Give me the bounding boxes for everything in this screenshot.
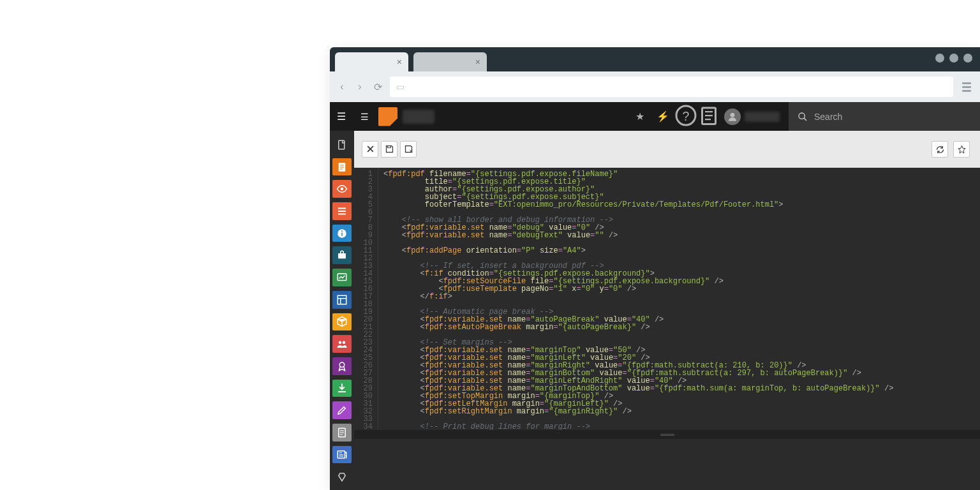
code-editor[interactable]: 1234567891011121314151617181920212223242… — [354, 168, 980, 430]
sidebar-item-news[interactable] — [332, 446, 352, 464]
code-line[interactable]: <fpdf:setRightMargin margin="{marginRigh… — [383, 408, 893, 415]
search-input[interactable] — [814, 112, 926, 122]
content-area: 1234567891011121314151617181920212223242… — [354, 131, 980, 490]
typo3-logo-icon — [378, 107, 397, 126]
tools-icon — [336, 249, 348, 261]
sidebar-item-file[interactable] — [332, 136, 352, 154]
tree-toggle-button[interactable]: ☰ — [353, 112, 376, 122]
browser-menu-button[interactable] — [960, 80, 974, 94]
svg-rect-19 — [387, 146, 390, 148]
view-icon — [336, 183, 348, 195]
sidebar-item-view[interactable] — [332, 180, 352, 198]
svg-point-7 — [341, 188, 344, 191]
sidebar-item-info[interactable] — [332, 225, 352, 242]
bottom-panel — [354, 439, 980, 490]
window-controls — [935, 54, 972, 63]
close-icon[interactable]: × — [475, 57, 480, 67]
help-icon[interactable]: ? — [674, 104, 697, 130]
svg-point-10 — [341, 230, 343, 232]
app-header: ☰ ☰ ★ ⚡ ? — [330, 102, 980, 131]
page-icon — [336, 161, 348, 173]
code-line[interactable]: <fpdf:variable.set name="debugText" valu… — [383, 232, 893, 239]
code-line[interactable]: <fpdf:useTemplate pageNo="1" x="0" y="0"… — [383, 285, 893, 293]
window-min-icon[interactable] — [935, 54, 944, 63]
search-box[interactable] — [789, 102, 980, 131]
user-avatar[interactable] — [724, 108, 741, 125]
address-bar[interactable]: ▭ — [390, 77, 953, 97]
file-icon — [336, 139, 348, 151]
back-button[interactable]: ‹ — [336, 81, 348, 93]
close-icon[interactable]: × — [397, 57, 402, 67]
search-icon — [798, 112, 808, 122]
clipboard-icon[interactable] — [697, 104, 720, 130]
svg-rect-5 — [339, 140, 345, 149]
forward-button[interactable]: › — [354, 81, 366, 93]
svg-point-16 — [339, 362, 345, 368]
sidebar-item-page[interactable] — [332, 158, 352, 176]
sidebar-item-clear[interactable] — [332, 468, 352, 486]
window-max-icon[interactable] — [949, 54, 958, 63]
refresh-button[interactable] — [932, 141, 948, 158]
news-icon — [336, 449, 348, 460]
svg-point-3 — [731, 113, 735, 117]
svg-point-14 — [339, 341, 342, 345]
list-icon — [336, 205, 348, 217]
user-name — [745, 112, 780, 122]
clear-icon — [336, 471, 348, 482]
line-gutter: 1234567891011121314151617181920212223242… — [354, 168, 378, 430]
browser-tabstrip: × × — [330, 47, 980, 71]
code-line[interactable]: <!-- Print debug lines for margin --> — [383, 423, 893, 430]
svg-rect-13 — [338, 295, 346, 304]
editor-toolbar — [354, 131, 980, 168]
browser-tab-active[interactable]: × — [335, 52, 408, 71]
menu-toggle-button[interactable]: ☰ — [330, 110, 353, 122]
package-icon — [336, 316, 348, 327]
flash-icon[interactable]: ⚡ — [651, 110, 674, 122]
code-content[interactable]: <fpdf:pdf filename="{settings.pdf.expose… — [378, 168, 893, 430]
reload-button[interactable]: ⟳ — [372, 81, 383, 93]
sidebar-item-badge[interactable] — [332, 357, 352, 375]
layout-icon — [336, 294, 348, 306]
sidebar-item-tools[interactable] — [332, 246, 352, 264]
browser-tab-inactive[interactable]: × — [413, 52, 487, 71]
badge-icon — [336, 360, 348, 372]
svg-rect-11 — [338, 253, 346, 258]
brand-text — [403, 110, 434, 124]
sidebar-item-package[interactable] — [332, 313, 352, 331]
code-line[interactable]: footerTemplate="EXT:openimmo_pro/Resourc… — [383, 201, 893, 209]
page-icon: ▭ — [396, 82, 405, 92]
sidebar-item-users[interactable] — [332, 335, 352, 353]
users-icon — [336, 338, 348, 350]
code-line[interactable]: </f:if> — [383, 293, 893, 301]
sidebar-item-doc[interactable] — [332, 424, 352, 442]
edit-icon — [336, 405, 348, 416]
sidebar-item-download[interactable] — [332, 380, 352, 397]
browser-window: × × ‹ › ⟳ ▭ ☰ ☰ ★ ⚡ ? — [330, 47, 980, 490]
window-close-icon[interactable] — [963, 54, 972, 63]
browser-toolbar: ‹ › ⟳ ▭ — [330, 71, 980, 102]
grip-icon — [660, 434, 674, 436]
sidebar-item-edit[interactable] — [332, 401, 352, 419]
download-icon — [336, 382, 348, 394]
sidebar-item-layout[interactable] — [332, 291, 352, 309]
save-close-button[interactable] — [400, 141, 417, 158]
svg-text:?: ? — [683, 108, 690, 122]
sidebar-item-list[interactable] — [332, 202, 352, 220]
svg-point-15 — [343, 341, 346, 345]
app-body: 1234567891011121314151617181920212223242… — [330, 131, 980, 490]
svg-point-4 — [799, 113, 805, 119]
bookmark-button[interactable] — [953, 141, 970, 158]
doc-icon — [336, 427, 348, 438]
save-button[interactable] — [381, 141, 397, 158]
star-icon[interactable]: ★ — [628, 110, 651, 122]
module-sidebar — [330, 131, 354, 490]
sidebar-item-chart[interactable] — [332, 269, 352, 286]
svg-rect-9 — [341, 232, 343, 235]
info-icon — [336, 228, 348, 239]
panel-splitter[interactable] — [354, 430, 980, 439]
code-line[interactable]: <fpdf:setAutoPageBreak margin="{autoPage… — [383, 323, 893, 331]
close-button[interactable] — [362, 141, 378, 158]
code-line[interactable]: <fpdf:addPage orientation="P" size="A4"> — [383, 247, 893, 255]
chart-icon — [336, 272, 348, 283]
